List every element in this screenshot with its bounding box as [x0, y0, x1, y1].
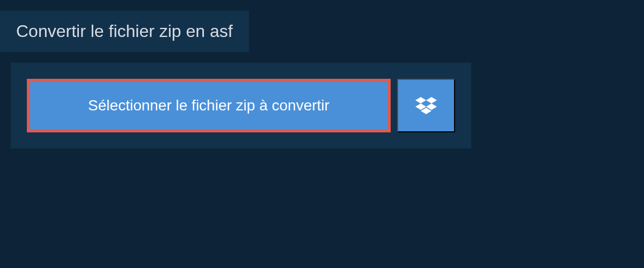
page-header: Convertir le fichier zip en asf [0, 11, 249, 52]
select-file-button[interactable]: Sélectionner le fichier zip à convertir [27, 79, 391, 132]
button-row: Sélectionner le fichier zip à convertir [27, 79, 455, 132]
dropbox-button[interactable] [397, 79, 455, 132]
dropbox-icon [415, 96, 437, 115]
page-title: Convertir le fichier zip en asf [16, 21, 233, 41]
upload-panel: Sélectionner le fichier zip à convertir [11, 63, 471, 148]
